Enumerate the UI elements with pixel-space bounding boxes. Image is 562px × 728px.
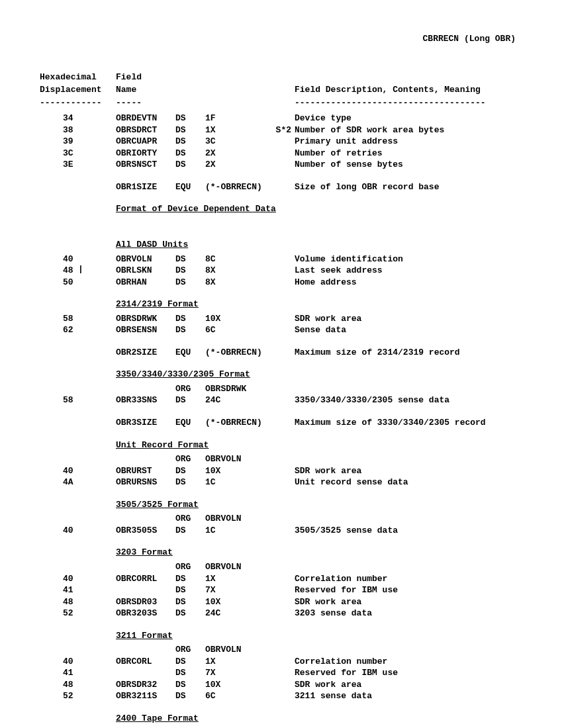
op-cell: DS: [175, 324, 205, 336]
table-row: 40OBR3505SDS1C3505/3525 sense data: [40, 525, 522, 537]
name-cell: OBRCORRL: [116, 573, 175, 585]
op-cell: DS: [175, 656, 205, 668]
disp-cell: 3E: [40, 159, 116, 171]
op-cell: DS: [175, 136, 205, 148]
disp-cell: 34: [40, 113, 116, 124]
table-row: 39OBRCUAPRDS3CPrimary unit address: [40, 136, 522, 148]
disp-cell: 52: [40, 690, 116, 702]
name-cell: OBR3505S: [116, 525, 175, 537]
col-desc: Field Description, Contents, Meaning: [295, 84, 522, 96]
section-3203: 3203 Format: [116, 547, 522, 559]
name-cell: [116, 561, 175, 573]
disp-cell: 38: [40, 124, 116, 136]
col-disp-2: Displacement: [40, 84, 116, 96]
note-cell: [268, 465, 295, 477]
table-row: 40OBRURSTDS10XSDR work area: [40, 465, 522, 477]
note-cell: [268, 383, 295, 395]
name-cell: OBR2SIZE: [116, 347, 175, 359]
table-row: 38OBRSDRCTDS1XS*2Number of SDR work area…: [40, 124, 522, 136]
name-cell: [116, 584, 175, 596]
note-cell: [268, 679, 295, 691]
table-row: 3COBRIORTYDS2XNumber of retries: [40, 148, 522, 159]
name-cell: OBRIORTY: [116, 148, 175, 159]
section-device-dependent: Format of Device Dependent Data: [116, 203, 522, 215]
arg-cell: 1X: [205, 656, 268, 668]
disp-cell: 40: [40, 525, 116, 537]
arg-cell: 1F: [205, 113, 268, 124]
note-cell: [268, 656, 295, 668]
desc-cell: Maximum size of 3330/3340/2305 record: [295, 417, 522, 429]
arg-cell: 2X: [205, 159, 268, 171]
note-cell: [268, 561, 295, 573]
name-cell: OBRURSNS: [116, 477, 175, 488]
desc-cell: SDR work area: [295, 465, 522, 477]
note-cell: [268, 608, 295, 619]
desc-cell: SDR work area: [295, 313, 522, 325]
op-cell: DS: [175, 573, 205, 585]
desc-cell: 3350/3340/3330/2305 sense data: [295, 394, 522, 406]
note-cell: [268, 453, 295, 465]
desc-cell: 3505/3525 sense data: [295, 525, 522, 537]
note-cell: [268, 265, 295, 277]
op-cell: ORG: [175, 453, 205, 465]
table-row: 41DS7XReserved for IBM use: [40, 584, 522, 596]
disp-cell: [40, 561, 116, 573]
name-cell: OBRLSKN: [116, 265, 175, 277]
desc-cell: Unit record sense data: [295, 477, 522, 488]
table-row: 34OBRDEVTNDS1FDevice type: [40, 113, 522, 124]
section-3350: 3350/3340/3330/2305 Format: [116, 369, 522, 381]
disp-cell: 48: [40, 679, 116, 691]
table-row: ORGOBRVOLN: [40, 453, 522, 465]
note-cell: [268, 417, 295, 429]
desc-cell: [295, 383, 522, 395]
table-row: 62OBRSENSNDS6CSense data: [40, 324, 522, 336]
desc-cell: Correlation number: [295, 656, 522, 668]
disp-cell: 41: [40, 584, 116, 596]
arg-cell: 7X: [205, 667, 268, 679]
note-cell: [268, 159, 295, 171]
name-cell: OBRURST: [116, 465, 175, 477]
arg-cell: 3C: [205, 136, 268, 148]
op-cell: DS: [175, 608, 205, 619]
desc-cell: Reserved for IBM use: [295, 667, 522, 679]
disp-cell: 58: [40, 313, 116, 325]
disp-cell: 52: [40, 608, 116, 619]
note-cell: [268, 136, 295, 148]
desc-cell: Maximum size of 2314/2319 record: [295, 347, 522, 359]
note-cell: S*2: [268, 124, 295, 136]
table-row: 48OBRSDR32DS10XSDR work area: [40, 679, 522, 691]
op-cell: DS: [175, 313, 205, 325]
disp-cell: 40: [40, 465, 116, 477]
op-cell: ORG: [175, 383, 205, 395]
name-cell: OBRCUAPR: [116, 136, 175, 148]
arg-cell: (*-OBRRECN): [205, 347, 268, 359]
disp-cell: 50: [40, 277, 116, 289]
name-cell: OBRSDR03: [116, 596, 175, 608]
table-row: 58OBRSDRWKDS10XSDR work area: [40, 313, 522, 325]
name-cell: [116, 383, 175, 395]
arg-cell: OBRVOLN: [205, 453, 268, 465]
disp-cell: [40, 347, 116, 359]
table-row: ORGOBRSDRWK: [40, 383, 522, 395]
desc-cell: [295, 513, 522, 525]
arg-cell: 1C: [205, 525, 268, 537]
desc-cell: SDR work area: [295, 679, 522, 691]
op-cell: DS: [175, 667, 205, 679]
section-2400: 2400 Tape Format: [116, 713, 522, 725]
note-cell: [268, 596, 295, 608]
table-row: ORGOBRVOLN: [40, 561, 522, 573]
op-cell: DS: [175, 525, 205, 537]
dash-disp: ------------: [40, 97, 116, 109]
name-cell: [116, 667, 175, 679]
note-cell: [268, 477, 295, 488]
disp-cell: 41: [40, 667, 116, 679]
arg-cell: 1C: [205, 477, 268, 488]
note-cell: [268, 690, 295, 702]
arg-cell: OBRVOLN: [205, 513, 268, 525]
op-cell: DS: [175, 124, 205, 136]
spacer: [40, 336, 522, 347]
desc-cell: 3211 sense data: [295, 690, 522, 702]
name-cell: OBR3203S: [116, 608, 175, 619]
section-3211: 3211 Format: [116, 630, 522, 642]
desc-cell: Reserved for IBM use: [295, 584, 522, 596]
